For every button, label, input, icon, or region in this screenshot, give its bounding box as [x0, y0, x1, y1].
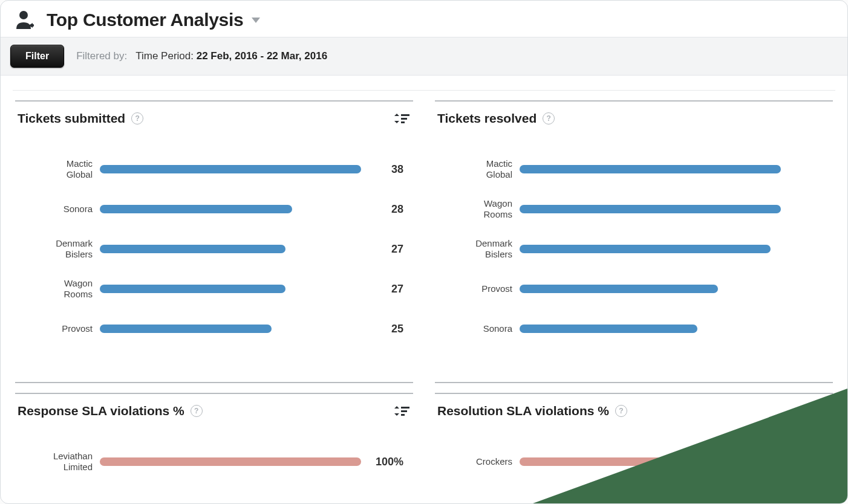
- chart-row-label: MacticGlobal: [441, 158, 520, 180]
- chart-response-sla: LeviathanLimited100%: [15, 423, 413, 504]
- svg-rect-3: [401, 118, 407, 120]
- chart-bar-track: [520, 244, 781, 254]
- chart-bar[interactable]: [520, 205, 781, 213]
- chart-bar-track: [100, 324, 361, 334]
- filter-summary: Filtered by: Time Period: 22 Feb, 2016 -…: [76, 50, 327, 62]
- sort-icon[interactable]: [394, 111, 411, 126]
- chart-row-value: 25: [361, 323, 407, 335]
- chart-row-label: Provost: [441, 283, 520, 294]
- chart-row: Provost25: [21, 313, 407, 344]
- chart-row-value: 27: [361, 243, 407, 256]
- chart-row: Provost19: [441, 273, 827, 305]
- chart-tickets-submitted: MacticGlobal38Sonora28DenmarkBislers27Wa…: [15, 131, 413, 377]
- chart-resolution-sla: Crockers100%: [435, 423, 833, 504]
- chart-bar[interactable]: [100, 245, 285, 253]
- chart-row-label: WagonRooms: [21, 278, 100, 300]
- panel-header: Tickets submitted ?: [15, 100, 413, 131]
- chart-row-value: 38: [361, 163, 407, 176]
- chart-bar[interactable]: [520, 325, 697, 333]
- svg-rect-4: [401, 121, 405, 123]
- page-title-dropdown[interactable]: Top Customer Analysis: [47, 10, 260, 30]
- help-icon[interactable]: ?: [131, 112, 143, 124]
- chart-row: DenmarkBislers24: [441, 233, 827, 265]
- svg-rect-2: [401, 114, 409, 116]
- chart-row: WagonRooms25: [441, 193, 827, 225]
- chart-row-value: 27: [361, 283, 407, 296]
- panel-title: Tickets submitted: [18, 111, 125, 126]
- chart-row-label: WagonRooms: [441, 198, 520, 220]
- chart-bar[interactable]: [520, 165, 781, 173]
- panel-header: Resolution SLA violations % ?: [435, 393, 833, 423]
- chart-row-label: LeviathanLimited: [21, 451, 100, 473]
- panel-title: Response SLA violations %: [18, 404, 184, 418]
- chart-tickets-resolved: MacticGlobal25WagonRooms25DenmarkBislers…: [435, 131, 833, 377]
- chart-bar[interactable]: [520, 245, 771, 253]
- panel-header: Tickets resolved ?: [435, 100, 833, 131]
- chart-bar-track: [100, 164, 361, 174]
- chart-row-label: Sonora: [441, 323, 520, 334]
- chart-bar[interactable]: [100, 165, 361, 173]
- page-header: Top Customer Analysis: [1, 1, 847, 37]
- chart-bar[interactable]: [520, 457, 781, 466]
- filter-period-prefix: Time Period:: [135, 50, 194, 62]
- panel-tickets-submitted: Tickets submitted ? MacticGlobal38Sonora…: [15, 91, 413, 383]
- svg-rect-7: [401, 414, 405, 416]
- customer-icon: [14, 9, 36, 31]
- chart-bar[interactable]: [100, 325, 272, 333]
- chart-bar-track: [520, 457, 781, 467]
- person-badge-icon: [14, 9, 36, 31]
- svg-point-0: [19, 11, 28, 19]
- page-title: Top Customer Analysis: [47, 10, 243, 30]
- chevron-down-icon: [252, 18, 260, 23]
- help-icon[interactable]: ?: [191, 405, 203, 417]
- panel-response-sla: Response SLA violations % ? LeviathanLim…: [15, 383, 413, 504]
- chart-bar[interactable]: [100, 457, 361, 466]
- chart-row-value: 100%: [361, 456, 407, 468]
- chart-bar-track: [520, 284, 781, 294]
- panel-tickets-resolved: Tickets resolved ? MacticGlobal25WagonRo…: [435, 91, 833, 383]
- svg-rect-5: [401, 407, 409, 409]
- filtered-by-label: Filtered by:: [76, 50, 127, 62]
- chart-row: MacticGlobal38: [21, 153, 407, 185]
- svg-point-1: [31, 24, 34, 27]
- filter-period-value: 22 Feb, 2016 - 22 Mar, 2016: [197, 50, 327, 62]
- chart-bar-track: [520, 204, 781, 214]
- filter-bar: Filter Filtered by: Time Period: 22 Feb,…: [1, 37, 847, 76]
- chart-row-label: Crockers: [441, 456, 520, 467]
- chart-row: DenmarkBislers27: [21, 233, 407, 265]
- app-window: Top Customer Analysis Filter Filtered by…: [0, 0, 848, 504]
- chart-row: Sonora28: [21, 193, 407, 225]
- chart-bar[interactable]: [520, 285, 718, 293]
- panel-resolution-sla: Resolution SLA violations % ? Crockers10…: [435, 383, 833, 504]
- chart-row: Sonora17: [441, 313, 827, 344]
- svg-rect-6: [401, 410, 407, 412]
- chart-row-label: Provost: [21, 323, 100, 334]
- panel-title: Tickets resolved: [437, 111, 537, 126]
- chart-row-label: DenmarkBislers: [21, 238, 100, 260]
- filter-button[interactable]: Filter: [10, 45, 64, 68]
- panel-title: Resolution SLA violations %: [437, 404, 609, 418]
- chart-row: LeviathanLimited100%: [21, 446, 407, 477]
- chart-bar-track: [100, 244, 361, 254]
- chart-bar[interactable]: [100, 285, 285, 293]
- chart-bar-track: [100, 204, 361, 214]
- panel-header: Response SLA violations % ?: [15, 393, 413, 423]
- chart-row-label: Sonora: [21, 204, 100, 215]
- help-icon[interactable]: ?: [615, 405, 627, 417]
- chart-row: MacticGlobal25: [441, 153, 827, 185]
- chart-bar-track: [520, 324, 781, 334]
- chart-row: WagonRooms27: [21, 273, 407, 305]
- sort-icon[interactable]: [394, 404, 411, 418]
- chart-row-label: MacticGlobal: [21, 158, 100, 180]
- chart-bar-track: [100, 457, 361, 467]
- chart-row: Crockers100%: [441, 446, 827, 477]
- chart-bar-track: [100, 284, 361, 294]
- chart-bar-track: [520, 164, 781, 174]
- help-icon[interactable]: ?: [543, 112, 555, 124]
- chart-bar[interactable]: [100, 205, 292, 213]
- chart-row-label: DenmarkBislers: [441, 238, 520, 260]
- chart-row-value: 28: [361, 203, 407, 216]
- panels-grid: Tickets submitted ? MacticGlobal38Sonora…: [1, 91, 847, 504]
